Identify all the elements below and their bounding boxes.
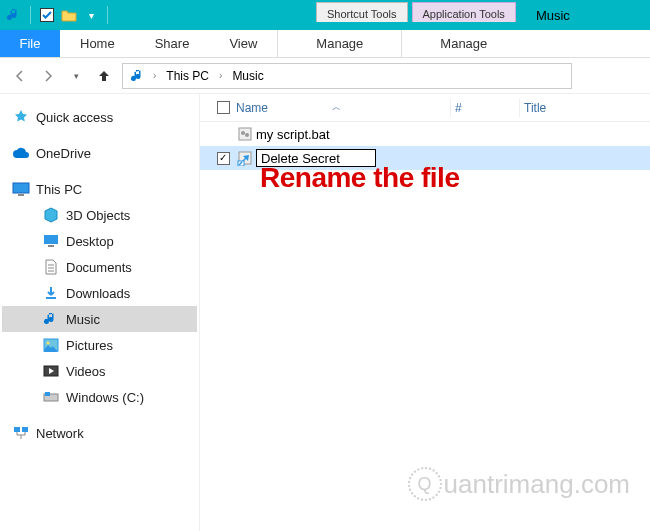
watermark: Q uantrimang.com <box>408 467 630 501</box>
tree-network[interactable]: Network <box>2 420 197 446</box>
tree-desktop[interactable]: Desktop <box>2 228 197 254</box>
tree-this-pc[interactable]: This PC <box>2 176 197 202</box>
tree-label: Downloads <box>66 286 130 301</box>
tree-downloads[interactable]: Downloads <box>2 280 197 306</box>
svg-point-6 <box>47 342 50 345</box>
music-note-icon <box>129 67 147 85</box>
svg-rect-3 <box>44 235 58 244</box>
checkbox-icon[interactable] <box>39 7 55 23</box>
tree-3d-objects[interactable]: 3D Objects <box>2 202 197 228</box>
file-row[interactable]: my script.bat <box>200 122 650 146</box>
download-icon <box>42 284 60 302</box>
column-checkbox[interactable] <box>210 101 236 114</box>
window-title: Music <box>520 0 586 30</box>
tree-label: Documents <box>66 260 132 275</box>
column-headers: Name ︿ # Title <box>200 94 650 122</box>
svg-point-14 <box>245 133 249 137</box>
tree-label: Quick access <box>36 110 113 125</box>
breadcrumb-this-pc[interactable]: This PC <box>162 67 213 85</box>
column-label: Name <box>236 101 268 115</box>
tree-label: Windows (C:) <box>66 390 144 405</box>
quick-access-toolbar: ▾ <box>0 0 116 30</box>
tree-label: This PC <box>36 182 82 197</box>
svg-rect-10 <box>14 427 20 432</box>
svg-rect-12 <box>239 128 251 140</box>
svg-rect-1 <box>13 183 29 193</box>
monitor-icon <box>12 180 30 198</box>
tree-label: Network <box>36 426 84 441</box>
music-note-icon <box>6 7 22 23</box>
forward-button[interactable] <box>38 66 58 86</box>
annotation-text: Rename the file <box>260 162 459 194</box>
file-list-pane[interactable]: Name ︿ # Title my script.bat ✓ Rename t <box>200 94 650 531</box>
breadcrumb-music[interactable]: Music <box>228 67 267 85</box>
document-icon <box>42 258 60 276</box>
tree-music[interactable]: Music <box>2 306 197 332</box>
recent-dropdown[interactable]: ▾ <box>66 66 86 86</box>
tab-manage-application[interactable]: Manage <box>401 30 525 57</box>
tab-share[interactable]: Share <box>135 30 210 57</box>
svg-rect-4 <box>48 245 54 247</box>
application-tools-header[interactable]: Application Tools <box>412 2 516 22</box>
navigation-pane[interactable]: Quick access OneDrive This PC 3D Objects <box>0 94 200 531</box>
tree-onedrive[interactable]: OneDrive <box>2 140 197 166</box>
tree-documents[interactable]: Documents <box>2 254 197 280</box>
tree-label: Desktop <box>66 234 114 249</box>
tab-manage-shortcut[interactable]: Manage <box>277 30 401 57</box>
svg-rect-11 <box>22 427 28 432</box>
tree-label: 3D Objects <box>66 208 130 223</box>
explorer-body: Quick access OneDrive This PC 3D Objects <box>0 94 650 531</box>
picture-icon <box>42 336 60 354</box>
file-name: my script.bat <box>256 127 330 142</box>
shortcut-tools-header[interactable]: Shortcut Tools <box>316 2 408 22</box>
tab-file[interactable]: File <box>0 30 60 57</box>
cloud-icon <box>12 144 30 162</box>
star-icon <box>12 108 30 126</box>
tree-label: OneDrive <box>36 146 91 161</box>
bat-file-icon <box>236 125 254 143</box>
desktop-icon <box>42 232 60 250</box>
svg-point-13 <box>241 131 245 135</box>
tree-label: Pictures <box>66 338 113 353</box>
navigation-bar: ▾ › This PC › Music <box>0 58 650 94</box>
address-bar[interactable]: › This PC › Music <box>122 63 572 89</box>
svg-rect-2 <box>18 194 24 196</box>
chevron-down-icon[interactable]: ▾ <box>83 7 99 23</box>
tree-videos[interactable]: Videos <box>2 358 197 384</box>
folder-icon[interactable] <box>61 7 77 23</box>
video-icon <box>42 362 60 380</box>
back-button[interactable] <box>10 66 30 86</box>
checkbox-checked-icon[interactable]: ✓ <box>217 152 230 165</box>
tree-pictures[interactable]: Pictures <box>2 332 197 358</box>
column-title[interactable]: Title <box>524 101 624 115</box>
up-button[interactable] <box>94 66 114 86</box>
tree-quick-access[interactable]: Quick access <box>2 104 197 130</box>
tab-home[interactable]: Home <box>60 30 135 57</box>
network-icon <box>12 424 30 442</box>
tree-label: Videos <box>66 364 106 379</box>
tab-view[interactable]: View <box>209 30 277 57</box>
titlebar: ▾ Shortcut Tools Application Tools Music <box>0 0 650 30</box>
column-name[interactable]: Name ︿ <box>236 101 446 115</box>
column-track-number[interactable]: # <box>455 101 515 115</box>
shortcut-icon <box>236 149 254 167</box>
separator <box>30 6 31 24</box>
cube-icon <box>42 206 60 224</box>
tree-windows-c[interactable]: Windows (C:) <box>2 384 197 410</box>
separator <box>107 6 108 24</box>
chevron-right-icon[interactable]: › <box>151 70 158 81</box>
watermark-text: uantrimang.com <box>444 469 630 500</box>
tree-label: Music <box>66 312 100 327</box>
watermark-globe-icon: Q <box>408 467 442 501</box>
ribbon-tabs: File Home Share View Manage Manage <box>0 30 650 58</box>
checkbox-icon[interactable] <box>217 101 230 114</box>
svg-rect-9 <box>45 392 50 396</box>
drive-icon <box>42 388 60 406</box>
chevron-right-icon[interactable]: › <box>217 70 224 81</box>
music-note-icon <box>42 310 60 328</box>
sort-ascending-icon: ︿ <box>332 101 341 114</box>
contextual-tabs-header: Shortcut Tools Application Tools <box>316 0 520 30</box>
